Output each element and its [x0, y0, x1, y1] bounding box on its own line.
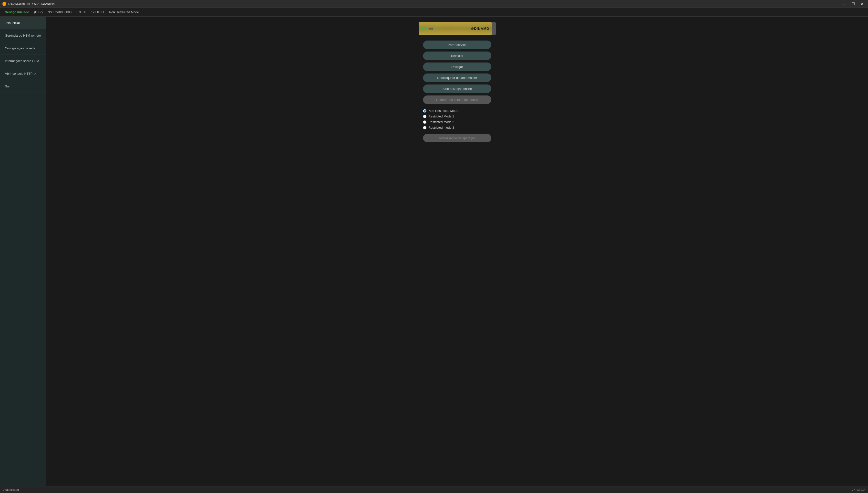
- service-status: Serviço iniciado: [5, 10, 29, 14]
- sidebar-label-sair: Sair: [5, 85, 10, 88]
- minimize-button[interactable]: —: [841, 2, 848, 6]
- parar-servico-button[interactable]: Parar serviço: [423, 41, 491, 49]
- maximize-button[interactable]: ❐: [850, 2, 857, 6]
- sidebar-label-gerencia-hsm: Gerência do HSM remoto: [5, 34, 41, 37]
- device-visual: ⊙DINAMO: [419, 22, 492, 35]
- sidebar-item-gerencia-hsm[interactable]: Gerência do HSM remoto: [0, 29, 46, 42]
- title-text: DINAMOcon - KEY-STATION\Nadia: [8, 2, 55, 6]
- tag-label: (DXP): [34, 10, 43, 14]
- title-bar-left: DINAMOcon - KEY-STATION\Nadia: [2, 2, 55, 6]
- sincronizacao-online-button[interactable]: Sincronização online: [423, 85, 491, 93]
- radio-restricted-1[interactable]: Restricted Mode 1: [423, 114, 491, 118]
- device-right-panel: [492, 22, 496, 35]
- window-controls: — ❐ ✕: [841, 2, 866, 6]
- sidebar-label-tela-inicial: Tela Inicial: [5, 21, 20, 25]
- ns-label: NS TCA0000000: [48, 10, 71, 14]
- device-container: ⊙DINAMO: [418, 21, 496, 36]
- light-2: [429, 27, 431, 29]
- sidebar-item-config-rede[interactable]: Configuração de rede: [0, 42, 46, 55]
- sidebar-label-console: Abrir console HTTP: [5, 72, 32, 76]
- radio-restricted-3[interactable]: Restricted mode 3: [423, 126, 491, 129]
- mode-label: Non Restricted Mode: [109, 10, 139, 14]
- radio-non-restricted-label: Non Restricted Mode: [428, 109, 458, 112]
- radio-restricted-2-label: Restricted mode 2: [428, 120, 454, 124]
- ip-label: 127.0.0.1: [91, 10, 104, 14]
- top-status-bar: Serviço iniciado (DXP) NS TCA0000000 5.3…: [0, 8, 868, 17]
- radio-restricted-2[interactable]: Restricted mode 2: [423, 120, 491, 124]
- close-button[interactable]: ✕: [859, 2, 866, 6]
- sidebar-label-info-hsm: Informações sobre HSM: [5, 59, 39, 63]
- radio-restricted-3-label: Restricted mode 3: [428, 126, 454, 129]
- radio-restricted-1-input[interactable]: [423, 115, 427, 118]
- light-3: [431, 27, 433, 29]
- content-area: ⊙DINAMO Parar serviço Reiniciar Desligar…: [46, 17, 868, 486]
- radio-restricted-3-input[interactable]: [423, 126, 427, 129]
- radio-group: Non Restricted Mode Restricted Mode 1 Re…: [423, 109, 491, 131]
- alterar-modo-button: Alterar modo de operação: [423, 134, 491, 142]
- radio-restricted-1-label: Restricted Mode 1: [428, 114, 454, 118]
- light-1: [426, 27, 428, 29]
- version-label: 5.3.0.0: [76, 10, 86, 14]
- device-logo: ⊙DINAMO: [471, 27, 489, 30]
- console-item-inner: Abrir console HTTP ↗: [5, 72, 41, 76]
- auth-status: Autenticado: [3, 488, 19, 492]
- external-link-icon: ↗: [34, 72, 36, 76]
- sidebar-item-tela-inicial[interactable]: Tela Inicial: [0, 17, 46, 29]
- device-lights: [426, 27, 433, 29]
- version-info: v 4.13.0.0: [852, 488, 865, 492]
- app-icon: [2, 2, 6, 6]
- radio-restricted-2-input[interactable]: [423, 121, 427, 124]
- desbloquear-usuario-button[interactable]: Desbloquear usuário master: [423, 73, 491, 82]
- reiniciar-button[interactable]: Reiniciar: [423, 51, 491, 60]
- sidebar-item-info-hsm[interactable]: Informações sobre HSM: [0, 55, 46, 67]
- main-layout: Tela Inicial Gerência do HSM remoto Conf…: [0, 17, 868, 486]
- retornar-estado-button: Retornar ao estado de fábrica: [423, 95, 491, 104]
- sidebar-label-config-rede: Configuração de rede: [5, 46, 36, 50]
- sidebar: Tela Inicial Gerência do HSM remoto Conf…: [0, 17, 46, 486]
- sidebar-item-abrir-console[interactable]: Abrir console HTTP ↗: [0, 67, 46, 80]
- sidebar-item-sair[interactable]: Sair: [0, 80, 46, 93]
- title-bar: DINAMOcon - KEY-STATION\Nadia — ❐ ✕: [0, 0, 868, 8]
- desligar-button[interactable]: Desligar: [423, 63, 491, 71]
- device-led: [421, 27, 424, 30]
- bottom-status-bar: Autenticado v 4.13.0.0: [0, 486, 868, 493]
- radio-non-restricted-input[interactable]: [423, 109, 427, 112]
- radio-non-restricted[interactable]: Non Restricted Mode: [423, 109, 491, 112]
